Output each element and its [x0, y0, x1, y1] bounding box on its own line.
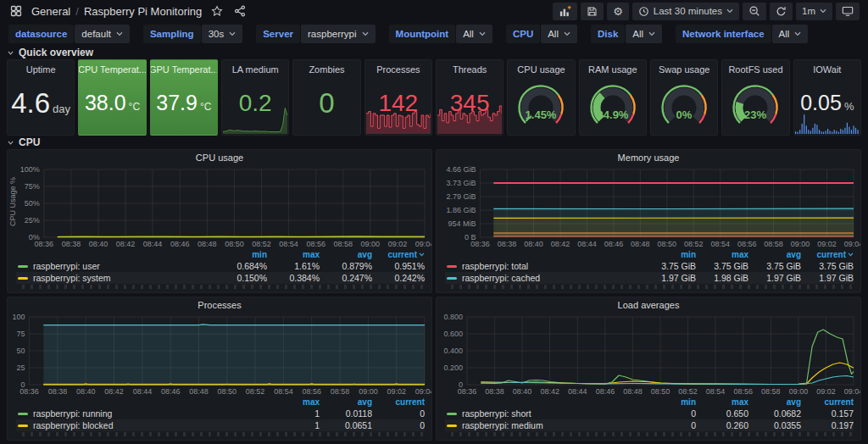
panel-title[interactable]: GPU Temperat...	[150, 64, 218, 75]
gauge-panel-cpu-usage: CPU usage 1.45%	[507, 59, 575, 136]
variable-value-dropdown[interactable]: raspberrypi	[301, 25, 376, 43]
series-label[interactable]: raspberrypi: running	[33, 408, 267, 419]
rootfs-used-gauge: 23%	[725, 75, 786, 135]
memory-usage-plot[interactable]: 0 B954 MiB1.86 GiB2.79 GiB3.73 GiB4.66 G…	[437, 165, 860, 248]
panel-title[interactable]: IOWait	[813, 64, 841, 75]
svg-text:08:44: 08:44	[133, 387, 153, 396]
cpu-usage-gauge: 1.45%	[510, 75, 571, 135]
add-panel-button[interactable]	[553, 3, 577, 20]
refresh-interval-dropdown[interactable]: 1m	[796, 3, 832, 20]
svg-text:1.86 GiB: 1.86 GiB	[447, 206, 476, 214]
section-header-quick-overview[interactable]: Quick overview	[0, 46, 868, 59]
svg-text:08:40: 08:40	[89, 240, 108, 248]
panel-title[interactable]: Uptime	[26, 64, 56, 75]
svg-text:0.800: 0.800	[443, 313, 463, 321]
svg-text:09:04: 09:04	[415, 387, 431, 396]
legend-column-current[interactable]: current	[801, 250, 854, 259]
save-dashboard-button[interactable]	[581, 3, 604, 20]
section-header-cpu[interactable]: CPU	[0, 136, 868, 149]
variable-value-dropdown[interactable]: 30s	[202, 25, 243, 43]
legend-header: minmaxavgcurrent	[445, 397, 854, 408]
legend-row: raspberrypi: medium00.2600.03550.197	[445, 419, 854, 431]
legend-column-min[interactable]: min	[643, 397, 696, 407]
variable-value-dropdown[interactable]: All	[456, 25, 492, 43]
processes-plot[interactable]: 025507510008:3608:3808:4008:4208:4408:46…	[8, 313, 431, 396]
stat-panel-threads: Threads 345	[436, 59, 504, 136]
legend-value: 0.260	[696, 420, 748, 430]
series-label[interactable]: raspberrypi: system	[33, 273, 214, 283]
series-label[interactable]: raspberrypi: cached	[462, 273, 643, 283]
dashboard-settings-button[interactable]: ⚙	[607, 3, 629, 20]
svg-text:0%: 0%	[676, 108, 693, 121]
svg-text:09:02: 09:02	[387, 387, 406, 396]
share-icon[interactable]	[232, 3, 248, 19]
apps-grid-icon[interactable]	[8, 3, 24, 19]
series-label[interactable]: raspberrypi: medium	[462, 420, 643, 430]
svg-text:08:58: 08:58	[331, 387, 350, 396]
panel-processes: Processes 025507510008:3608:3808:4008:42…	[7, 297, 432, 441]
legend-value: 1.97 GiB	[643, 273, 696, 283]
variable-value-dropdown[interactable]: default	[75, 25, 130, 43]
legend-header: minmaxavgcurrent	[16, 249, 425, 260]
time-range-picker[interactable]: Last 30 minutes	[632, 3, 739, 20]
gear-icon: ⚙	[613, 6, 623, 17]
variable-value-dropdown[interactable]: All	[541, 25, 577, 43]
legend-column-avg[interactable]: avg	[320, 397, 372, 407]
variable-value-dropdown[interactable]: All	[772, 25, 809, 43]
panel-title[interactable]: Processes	[8, 297, 431, 313]
panel-title[interactable]: Threads	[453, 64, 487, 75]
panel-title[interactable]: LA medium	[232, 64, 279, 75]
stat-unit: °C	[129, 101, 140, 113]
svg-text:08:38: 08:38	[48, 387, 68, 396]
panel-title[interactable]: Processes	[376, 64, 420, 75]
panel-title[interactable]: Zombies	[309, 64, 344, 75]
section-title: CPU	[19, 136, 40, 148]
star-icon[interactable]	[209, 3, 225, 19]
series-label[interactable]: raspberrypi: blocked	[33, 420, 267, 430]
load-averages-plot[interactable]: 00.2000.4000.6000.80008:3608:3808:4008:4…	[437, 313, 860, 396]
panel-title[interactable]: Memory usage	[437, 150, 860, 165]
tv-kiosk-button[interactable]	[836, 3, 860, 20]
svg-text:09:04: 09:04	[415, 240, 431, 248]
load-averages-legend: minmaxavgcurrentraspberrypi: short00.650…	[437, 396, 860, 440]
series-label[interactable]: raspberrypi: total	[462, 261, 643, 271]
cpu-usage-plot[interactable]: 0%25%50%75%100%08:3608:3808:4008:4208:44…	[8, 165, 431, 248]
svg-text:08:36: 08:36	[19, 387, 39, 396]
legend-column-max[interactable]: max	[267, 397, 320, 407]
breadcrumb-folder[interactable]: General	[31, 5, 70, 18]
legend-column-max[interactable]: max	[696, 250, 748, 259]
panel-title[interactable]: RootFS used	[728, 64, 782, 75]
panel-title[interactable]: CPU usage	[517, 64, 565, 75]
zoom-out-time-button[interactable]	[743, 3, 766, 20]
series-label[interactable]: raspberrypi: user	[33, 261, 214, 271]
variable-label: Network interface	[676, 25, 771, 43]
series-label[interactable]: raspberrypi: short	[462, 408, 643, 419]
legend-column-min[interactable]: min	[643, 250, 696, 259]
stat-value: 4.6	[11, 89, 50, 117]
legend-column-current[interactable]: current	[801, 397, 854, 407]
svg-text:100%: 100%	[20, 165, 40, 174]
legend-column-min[interactable]: min	[214, 250, 267, 259]
svg-text:08:40: 08:40	[524, 240, 543, 248]
time-range-label: Last 30 minutes	[654, 6, 722, 16]
legend-column-avg[interactable]: avg	[748, 250, 801, 259]
legend-column-current[interactable]: current	[372, 397, 425, 407]
legend-column-avg[interactable]: avg	[748, 397, 801, 407]
legend-column-avg[interactable]: avg	[320, 250, 372, 259]
legend-column-max[interactable]: max	[267, 250, 320, 259]
svg-text:08:58: 08:58	[761, 387, 781, 396]
series-color-swatch	[447, 425, 457, 427]
svg-text:100: 100	[13, 313, 25, 321]
panel-load-averages: Load averages 00.2000.4000.6000.80008:36…	[436, 297, 861, 441]
panel-title[interactable]: CPU usage	[8, 150, 431, 165]
refresh-button[interactable]	[770, 3, 793, 20]
legend-column-current[interactable]: current	[372, 250, 425, 259]
chevron-down-icon	[7, 139, 14, 147]
panel-title[interactable]: CPU Temperat...	[78, 64, 146, 75]
panel-title[interactable]: RAM usage	[588, 64, 637, 75]
variable-value-dropdown[interactable]: All	[626, 25, 662, 43]
panel-title[interactable]: Swap usage	[659, 64, 710, 75]
stat-value: 142	[378, 92, 418, 115]
panel-title[interactable]: Load averages	[437, 297, 860, 313]
legend-column-max[interactable]: max	[696, 397, 748, 407]
